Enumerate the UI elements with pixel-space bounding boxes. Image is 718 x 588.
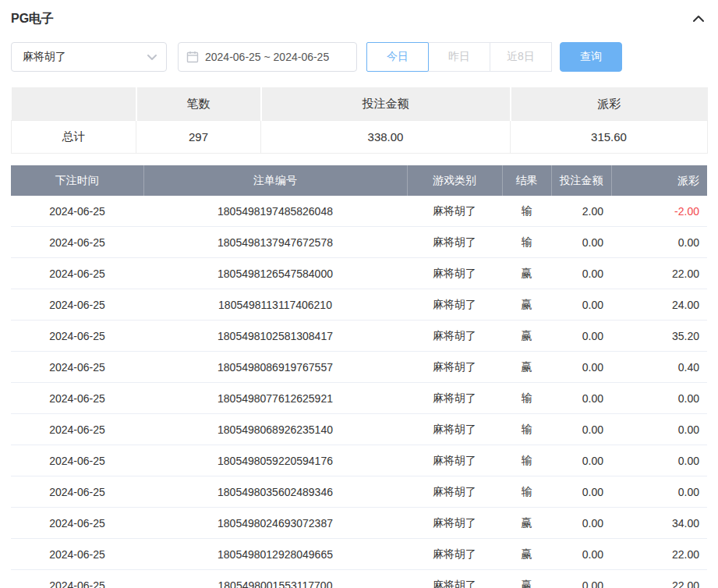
bet-date: 2024-06-25 (11, 539, 143, 570)
game-type: 麻将胡了 (407, 508, 502, 539)
game-type: 麻将胡了 (407, 352, 502, 383)
table-row: 2024-06-251805498126547584000麻将胡了赢0.0022… (11, 258, 707, 289)
bet-date: 2024-06-25 (11, 352, 143, 383)
table-row: 2024-06-251805498086919767557麻将胡了赢0.000.… (11, 352, 707, 383)
summary-header-count: 笔数 (136, 87, 261, 121)
payout: 0.40 (611, 352, 707, 383)
table-row: 2024-06-251805498102581308417麻将胡了赢0.0035… (11, 321, 707, 352)
payout: 35.20 (611, 321, 707, 352)
result: 赢 (502, 289, 551, 321)
bet-date: 2024-06-25 (11, 258, 143, 289)
table-row: 2024-06-251805498059220594176麻将胡了输0.000.… (11, 445, 707, 476)
bet-amount: 2.00 (551, 196, 611, 227)
game-type: 麻将胡了 (407, 196, 502, 227)
bet-amount: 0.00 (551, 321, 611, 352)
table-row: 2024-06-251805498068926235140麻将胡了输0.000.… (11, 414, 707, 445)
bet-id: 1805498126547584000 (143, 258, 407, 289)
payout: -2.00 (611, 196, 707, 227)
bet-amount: 0.00 (551, 508, 611, 539)
summary-payout: 315.60 (511, 121, 708, 154)
result: 输 (502, 414, 551, 445)
calendar-icon (186, 51, 199, 63)
bet-date: 2024-06-25 (11, 476, 143, 508)
bet-amount: 0.00 (551, 539, 611, 570)
bet-id: 1805498197485826048 (143, 196, 407, 227)
game-type: 麻将胡了 (407, 445, 502, 476)
date-range-value: 2024-06-25 ~ 2024-06-25 (205, 51, 329, 63)
header-game-type: 游戏类别 (407, 165, 502, 196)
bet-date: 2024-06-25 (11, 227, 143, 258)
bet-amount: 0.00 (551, 414, 611, 445)
bet-id: 1805498102581308417 (143, 321, 407, 352)
table-row: 2024-06-251805498113117406210麻将胡了赢0.0024… (11, 289, 707, 321)
chevron-down-icon (147, 51, 157, 63)
game-select[interactable]: 麻将胡了 (11, 42, 167, 72)
bet-id: 1805498137947672578 (143, 227, 407, 258)
game-type: 麻将胡了 (407, 414, 502, 445)
header-result: 结果 (502, 165, 551, 196)
quick-button-today[interactable]: 今日 (366, 42, 429, 72)
bet-amount: 0.00 (551, 476, 611, 508)
result: 输 (502, 476, 551, 508)
bet-amount: 0.00 (551, 227, 611, 258)
game-type: 麻将胡了 (407, 383, 502, 414)
summary-count: 297 (136, 121, 261, 154)
result: 赢 (502, 539, 551, 570)
result: 赢 (502, 508, 551, 539)
bet-date: 2024-06-25 (11, 445, 143, 476)
result: 输 (502, 227, 551, 258)
summary-header-blank (12, 87, 136, 121)
page-title: PG电子 (11, 11, 54, 27)
payout: 24.00 (611, 289, 707, 321)
payout: 0.00 (611, 476, 707, 508)
bet-amount: 0.00 (551, 445, 611, 476)
header-bet-time: 下注时间 (11, 165, 143, 196)
table-row: 2024-06-251805498197485826048麻将胡了输2.00-2… (11, 196, 707, 227)
bet-table-body: 2024-06-251805498197485826048麻将胡了输2.00-2… (11, 196, 707, 588)
quick-button-yesterday[interactable]: 昨日 (428, 42, 490, 72)
payout: 22.00 (611, 258, 707, 289)
payout: 22.00 (611, 539, 707, 570)
bet-amount: 0.00 (551, 570, 611, 588)
table-row: 2024-06-251805498035602489346麻将胡了输0.000.… (11, 476, 707, 508)
game-type: 麻将胡了 (407, 321, 502, 352)
payout: 0.00 (611, 383, 707, 414)
game-type: 麻将胡了 (407, 258, 502, 289)
bet-date: 2024-06-25 (11, 570, 143, 588)
bet-amount: 0.00 (551, 289, 611, 321)
summary-row-label: 总计 (12, 121, 136, 154)
chevron-up-icon[interactable] (690, 10, 707, 27)
header-payout: 派彩 (611, 165, 707, 196)
bet-date: 2024-06-25 (11, 508, 143, 539)
game-type: 麻将胡了 (407, 539, 502, 570)
bet-date: 2024-06-25 (11, 414, 143, 445)
payout: 0.00 (611, 414, 707, 445)
header-bet-id: 注单编号 (143, 165, 407, 196)
report-panel: PG电子 麻将胡了 2024-06-25 ~ 2024-06-25 今日 昨日 … (0, 0, 718, 588)
payout: 22.00 (611, 570, 707, 588)
filter-bar: 麻将胡了 2024-06-25 ~ 2024-06-25 今日 昨日 近8日 查… (11, 42, 707, 72)
date-range-picker[interactable]: 2024-06-25 ~ 2024-06-25 (178, 42, 357, 72)
summary-row: 总计 297 338.00 315.60 (12, 121, 708, 154)
result: 赢 (502, 321, 551, 352)
bet-id: 1805498024693072387 (143, 508, 407, 539)
search-button[interactable]: 查询 (560, 42, 622, 72)
table-row: 2024-06-251805498137947672578麻将胡了输0.000.… (11, 227, 707, 258)
bet-date: 2024-06-25 (11, 289, 143, 321)
bet-amount: 0.00 (551, 352, 611, 383)
bet-date: 2024-06-25 (11, 383, 143, 414)
table-row: 2024-06-251805498024693072387麻将胡了赢0.0034… (11, 508, 707, 539)
table-row: 2024-06-251805498012928049665麻将胡了赢0.0022… (11, 539, 707, 570)
game-type: 麻将胡了 (407, 570, 502, 588)
bet-amount: 0.00 (551, 258, 611, 289)
bet-id: 1805498077612625921 (143, 383, 407, 414)
bet-amount: 0.00 (551, 383, 611, 414)
bet-id: 1805498113117406210 (143, 289, 407, 321)
bet-id: 1805498035602489346 (143, 476, 407, 508)
summary-table: 笔数 投注金额 派彩 总计 297 338.00 315.60 (11, 87, 708, 154)
game-type: 麻将胡了 (407, 227, 502, 258)
bets-table-header-row: 下注时间 注单编号 游戏类别 结果 投注金额 派彩 (11, 165, 707, 196)
result: 赢 (502, 258, 551, 289)
payout: 34.00 (611, 508, 707, 539)
quick-button-last8days[interactable]: 近8日 (490, 42, 552, 72)
